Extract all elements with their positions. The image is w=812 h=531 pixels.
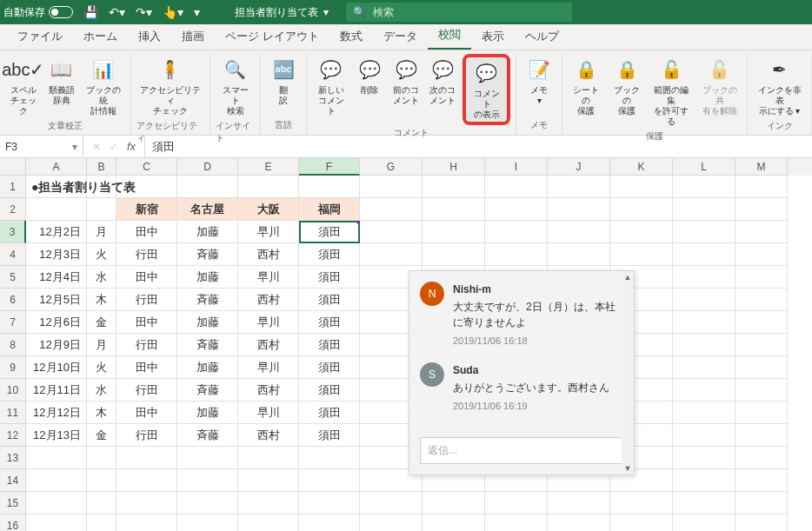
tab-データ[interactable]: データ (373, 23, 428, 50)
cell[interactable] (548, 514, 610, 531)
cell[interactable] (735, 243, 788, 266)
cell[interactable]: 金 (87, 311, 116, 334)
cell[interactable] (548, 243, 610, 266)
cell[interactable] (485, 492, 548, 514)
cell[interactable] (548, 492, 610, 514)
cell[interactable]: 12月10日 (26, 356, 87, 379)
comment-item[interactable]: SSudaありがとうございます。西村さん2019/11/06 16:19 (420, 362, 623, 414)
cell[interactable] (673, 424, 735, 447)
cell[interactable] (673, 379, 735, 402)
cell[interactable]: 須田 (299, 311, 360, 334)
cell[interactable]: 12月5日 (26, 289, 87, 311)
cell[interactable]: 斉藤 (177, 243, 238, 266)
cell[interactable] (26, 198, 87, 221)
cell[interactable] (423, 198, 485, 221)
cell[interactable] (485, 198, 548, 221)
enter-icon[interactable]: ✓ (110, 141, 118, 153)
cell[interactable] (735, 311, 788, 334)
unshare-workbook-button[interactable]: 🔓ブックの共 有を解除 (697, 54, 742, 118)
cell[interactable]: 火 (87, 356, 116, 379)
cell[interactable]: 斉藤 (177, 334, 238, 356)
cell[interactable] (238, 514, 299, 531)
cell[interactable] (177, 514, 238, 531)
cell[interactable] (485, 243, 548, 266)
redo-icon[interactable]: ↷▾ (136, 5, 152, 19)
cell[interactable]: 加藤 (177, 266, 238, 289)
cell[interactable] (423, 492, 485, 514)
cell[interactable]: 須田 (299, 424, 360, 447)
cell[interactable] (87, 198, 116, 221)
row-header-12[interactable]: 12 (0, 424, 26, 447)
row-header-16[interactable]: 16 (0, 514, 26, 531)
row-header-9[interactable]: 9 (0, 356, 26, 379)
cell[interactable] (299, 447, 360, 469)
cell[interactable]: 12月2日 (26, 221, 87, 243)
row-header-11[interactable]: 11 (0, 402, 26, 424)
col-header-G[interactable]: G (360, 158, 423, 176)
row-header-10[interactable]: 10 (0, 379, 26, 402)
cell[interactable] (735, 289, 788, 311)
cell[interactable] (360, 198, 423, 221)
cell[interactable] (238, 447, 299, 469)
cell[interactable] (423, 176, 485, 198)
col-header-C[interactable]: C (116, 158, 177, 176)
cell[interactable] (299, 176, 360, 198)
touch-mode-icon[interactable]: 👆▾ (163, 5, 183, 19)
cell[interactable] (26, 514, 87, 531)
thesaurus-button[interactable]: 📖類義語 辞典 (45, 54, 78, 108)
cell[interactable] (610, 176, 673, 198)
cell[interactable] (673, 176, 735, 198)
cell[interactable]: 福岡 (299, 198, 360, 221)
cell[interactable] (485, 514, 548, 531)
cell[interactable]: 行田 (116, 243, 177, 266)
col-header-B[interactable]: B (87, 158, 116, 176)
cell[interactable] (673, 492, 735, 514)
cell[interactable] (360, 514, 423, 531)
cell[interactable] (673, 402, 735, 424)
col-header-J[interactable]: J (548, 158, 610, 176)
cell[interactable]: 月 (87, 221, 116, 243)
cell[interactable] (423, 514, 485, 531)
cell[interactable] (673, 469, 735, 492)
cell[interactable]: 田中 (116, 266, 177, 289)
cell[interactable] (299, 469, 360, 492)
cell[interactable] (238, 492, 299, 514)
row-header-6[interactable]: 6 (0, 289, 26, 311)
cell[interactable] (735, 424, 788, 447)
cell[interactable]: 水 (87, 379, 116, 402)
select-all-corner[interactable] (0, 158, 26, 176)
cell[interactable]: 須田 (299, 221, 360, 243)
cell[interactable]: 西村 (238, 243, 299, 266)
cell[interactable]: 12月12日 (26, 402, 87, 424)
tab-校閲[interactable]: 校閲 (428, 22, 471, 50)
cell[interactable]: 田中 (116, 221, 177, 243)
delete-comment-button[interactable]: 💬削除 (353, 54, 386, 97)
cell[interactable] (735, 221, 788, 243)
cell[interactable] (485, 221, 548, 243)
col-header-L[interactable]: L (673, 158, 735, 176)
cell[interactable] (360, 176, 423, 198)
cell[interactable]: 須田 (299, 334, 360, 356)
col-header-H[interactable]: H (423, 158, 485, 176)
cell[interactable] (360, 243, 423, 266)
cell[interactable] (610, 221, 673, 243)
cell[interactable] (735, 379, 788, 402)
reply-input[interactable]: 返信... (420, 437, 623, 464)
cell[interactable] (116, 469, 177, 492)
prev-comment-button[interactable]: 💬前のコ メント (389, 54, 423, 108)
tab-ページ レイアウト[interactable]: ページ レイアウト (215, 23, 329, 50)
cell[interactable] (673, 447, 735, 469)
cell[interactable] (87, 447, 116, 469)
cell[interactable] (87, 492, 116, 514)
cell[interactable] (673, 514, 735, 531)
cell[interactable]: 須田 (299, 289, 360, 311)
cell[interactable]: 西村 (238, 424, 299, 447)
cell[interactable] (116, 447, 177, 469)
cell[interactable] (26, 492, 87, 514)
cell[interactable] (735, 402, 788, 424)
cell[interactable]: 12月4日 (26, 266, 87, 289)
cell[interactable]: 行田 (116, 334, 177, 356)
spell-check-button[interactable]: abc✓スペル チェック (5, 54, 42, 118)
cell[interactable] (673, 356, 735, 379)
cell[interactable] (735, 356, 788, 379)
